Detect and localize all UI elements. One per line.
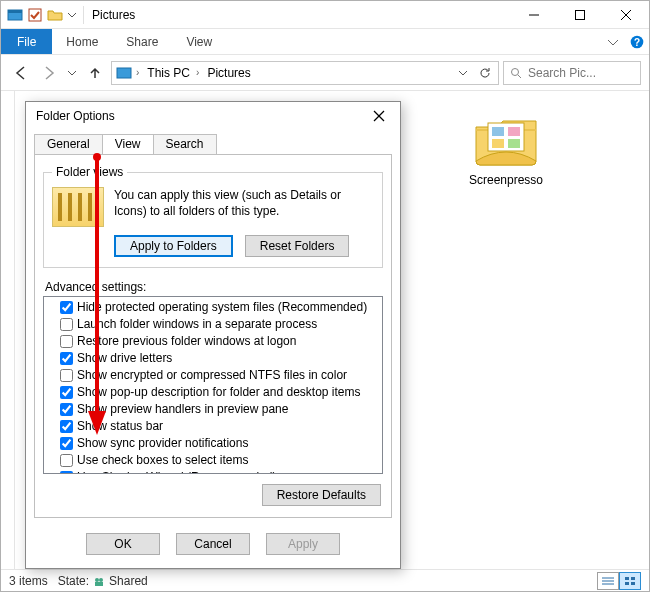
dialog-title: Folder Options — [36, 109, 115, 123]
search-icon — [510, 67, 522, 79]
tab-home[interactable]: Home — [52, 29, 112, 54]
tab-view[interactable]: View — [102, 134, 154, 154]
up-button[interactable] — [83, 61, 107, 85]
close-button[interactable] — [603, 1, 649, 29]
qat-properties-icon[interactable] — [27, 7, 43, 23]
window-title: Pictures — [92, 8, 135, 22]
breadcrumb-root[interactable]: This PC — [141, 66, 194, 80]
breadcrumb-leaf[interactable]: Pictures — [201, 66, 254, 80]
sidebar — [1, 91, 15, 569]
advanced-setting-row[interactable]: Show pop-up description for folder and d… — [46, 384, 380, 401]
setting-label: Use check boxes to select items — [77, 452, 248, 469]
dialog-close-button[interactable] — [364, 102, 394, 130]
svg-rect-1 — [8, 10, 22, 13]
dialog-titlebar: Folder Options — [26, 102, 400, 130]
setting-checkbox[interactable] — [60, 437, 73, 450]
search-placeholder: Search Pic... — [528, 66, 596, 80]
setting-checkbox[interactable] — [60, 369, 73, 382]
folder-views-text: You can apply this view (such as Details… — [114, 187, 374, 227]
apply-to-folders-button[interactable]: Apply to Folders — [114, 235, 233, 257]
shared-icon — [93, 575, 105, 587]
qat-customize-icon[interactable] — [67, 7, 77, 23]
explorer-icon — [7, 7, 23, 23]
maximize-button[interactable] — [557, 1, 603, 29]
dialog-tabs: General View Search — [26, 130, 400, 154]
ribbon: File Home Share View ? — [1, 29, 649, 55]
advanced-settings-label: Advanced settings: — [45, 280, 383, 294]
tab-file[interactable]: File — [1, 29, 52, 54]
setting-checkbox[interactable] — [60, 403, 73, 416]
setting-checkbox[interactable] — [60, 352, 73, 365]
state-label: State: — [58, 574, 89, 588]
setting-label: Restore previous folder windows at logon — [77, 333, 296, 350]
tab-share[interactable]: Share — [112, 29, 172, 54]
advanced-setting-row[interactable]: Use Sharing Wizard (Recommended) — [46, 469, 380, 474]
tab-view[interactable]: View — [172, 29, 226, 54]
location-icon — [116, 65, 132, 81]
setting-checkbox[interactable] — [60, 454, 73, 467]
setting-checkbox[interactable] — [60, 301, 73, 314]
ok-button[interactable]: OK — [86, 533, 160, 555]
advanced-setting-row[interactable]: Restore previous folder windows at logon — [46, 333, 380, 350]
folder-views-legend: Folder views — [52, 165, 127, 179]
item-count: 3 items — [9, 574, 48, 588]
window-titlebar: Pictures — [1, 1, 649, 29]
advanced-setting-row[interactable]: Show encrypted or compressed NTFS files … — [46, 367, 380, 384]
ribbon-expand-icon[interactable] — [601, 29, 625, 54]
svg-point-17 — [95, 578, 99, 582]
chevron-right-icon[interactable]: › — [136, 67, 139, 78]
refresh-icon[interactable] — [474, 62, 496, 84]
advanced-setting-row[interactable]: Show preview handlers in preview pane — [46, 401, 380, 418]
setting-checkbox[interactable] — [60, 471, 73, 474]
restore-defaults-button[interactable]: Restore Defaults — [262, 484, 381, 506]
tab-general[interactable]: General — [34, 134, 103, 154]
reset-folders-button[interactable]: Reset Folders — [245, 235, 350, 257]
back-button[interactable] — [9, 61, 33, 85]
advanced-setting-row[interactable]: Show status bar — [46, 418, 380, 435]
advanced-setting-row[interactable]: Show sync provider notifications — [46, 435, 380, 452]
apply-button[interactable]: Apply — [266, 533, 340, 555]
qat-newfolder-icon[interactable] — [47, 7, 63, 23]
cancel-button[interactable]: Cancel — [176, 533, 250, 555]
view-details-button[interactable] — [597, 572, 619, 590]
setting-checkbox[interactable] — [60, 420, 73, 433]
svg-rect-19 — [95, 582, 103, 586]
setting-label: Hide protected operating system files (R… — [77, 299, 367, 316]
svg-rect-13 — [492, 127, 504, 136]
setting-label: Show status bar — [77, 418, 163, 435]
svg-rect-2 — [29, 9, 41, 21]
advanced-setting-row[interactable]: Use check boxes to select items — [46, 452, 380, 469]
advanced-setting-row[interactable]: Show drive letters — [46, 350, 380, 367]
folder-item-label: Screenpresso — [461, 173, 551, 187]
svg-rect-23 — [625, 577, 629, 580]
setting-label: Launch folder windows in a separate proc… — [77, 316, 317, 333]
recent-locations-icon[interactable] — [65, 61, 79, 85]
svg-rect-14 — [508, 127, 520, 136]
svg-rect-26 — [631, 582, 635, 585]
folder-views-group: Folder views You can apply this view (su… — [43, 165, 383, 268]
forward-button[interactable] — [37, 61, 61, 85]
help-icon[interactable]: ? — [625, 29, 649, 54]
search-input[interactable]: Search Pic... — [503, 61, 641, 85]
folder-icon — [474, 115, 538, 167]
folder-views-icon — [52, 187, 104, 227]
setting-checkbox[interactable] — [60, 335, 73, 348]
setting-label: Use Sharing Wizard (Recommended) — [77, 469, 276, 474]
advanced-setting-row[interactable]: Hide protected operating system files (R… — [46, 299, 380, 316]
setting-label: Show encrypted or compressed NTFS files … — [77, 367, 347, 384]
minimize-button[interactable] — [511, 1, 557, 29]
tab-view-pane: Folder views You can apply this view (su… — [34, 154, 392, 518]
folder-item[interactable]: Screenpresso — [461, 115, 551, 187]
svg-text:?: ? — [634, 37, 640, 48]
svg-point-18 — [99, 578, 103, 582]
setting-checkbox[interactable] — [60, 318, 73, 331]
setting-checkbox[interactable] — [60, 386, 73, 399]
address-dropdown-icon[interactable] — [452, 62, 474, 84]
chevron-right-icon[interactable]: › — [196, 67, 199, 78]
view-icons-button[interactable] — [619, 572, 641, 590]
nav-toolbar: › This PC › Pictures Search Pic... — [1, 55, 649, 91]
advanced-setting-row[interactable]: Launch folder windows in a separate proc… — [46, 316, 380, 333]
advanced-settings-list[interactable]: Hide protected operating system files (R… — [43, 296, 383, 474]
address-bar[interactable]: › This PC › Pictures — [111, 61, 499, 85]
tab-search[interactable]: Search — [153, 134, 217, 154]
